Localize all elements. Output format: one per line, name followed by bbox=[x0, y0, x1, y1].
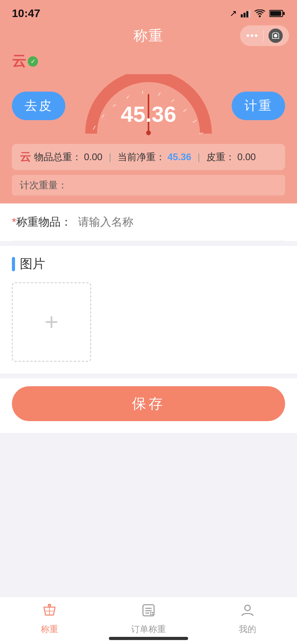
signal-icon bbox=[241, 10, 250, 17]
image-section-title: 图片 bbox=[20, 255, 45, 273]
count-label: 计次重量： bbox=[20, 180, 67, 190]
wifi-icon bbox=[254, 10, 265, 17]
sep1: | bbox=[109, 151, 111, 163]
camera-button[interactable] bbox=[268, 29, 283, 43]
logo-check: ✓ bbox=[28, 56, 38, 67]
weigh-button[interactable]: 计重 bbox=[232, 92, 285, 120]
save-section: 保存 bbox=[0, 378, 297, 433]
tab-mine[interactable]: 我的 bbox=[198, 603, 297, 635]
section-indicator bbox=[12, 257, 15, 271]
scale-gauge: 45.36 bbox=[73, 74, 224, 138]
status-icons: ↗ bbox=[230, 8, 285, 19]
svg-rect-3 bbox=[249, 10, 250, 17]
menu-dots[interactable]: ••• bbox=[246, 30, 259, 41]
image-section-header: 图片 bbox=[12, 255, 285, 273]
item-label: *称重物品： bbox=[12, 215, 72, 230]
item-form-row: *称重物品： bbox=[12, 203, 285, 241]
sep2: | bbox=[198, 151, 200, 163]
app-logo: 云 bbox=[12, 52, 26, 71]
tare-button[interactable]: 去皮 bbox=[12, 92, 65, 120]
tare-label: 皮重： bbox=[206, 151, 235, 163]
svg-rect-2 bbox=[246, 11, 248, 17]
tab-order-label: 订单称重 bbox=[131, 623, 166, 635]
total-weight-label: 物品总重： bbox=[34, 151, 82, 163]
required-star: * bbox=[12, 216, 16, 228]
weight-info-row: 云 物品总重： 0.00 | 当前净重： 45.36 | 皮重： 0.00 bbox=[12, 144, 285, 170]
tare-item: 皮重： 0.00 bbox=[206, 151, 256, 163]
battery-icon bbox=[269, 10, 285, 17]
plus-icon: + bbox=[44, 310, 58, 334]
scale-area: 云 ✓ 去皮 bbox=[0, 48, 297, 203]
svg-point-4 bbox=[259, 15, 261, 17]
total-weight-value: 0.00 bbox=[84, 151, 103, 163]
logo-row: 云 ✓ bbox=[12, 52, 285, 71]
home-indicator bbox=[109, 637, 188, 640]
status-time: 10:47 bbox=[12, 7, 40, 20]
save-button[interactable]: 保存 bbox=[12, 386, 285, 421]
tab-scale[interactable]: 称重 bbox=[0, 603, 99, 635]
current-net-item: 当前净重： 45.36 bbox=[118, 151, 191, 163]
scale-gauge-wrapper: 45.36 bbox=[73, 74, 224, 138]
add-image-button[interactable]: + bbox=[12, 282, 91, 362]
scale-controls: 去皮 bbox=[12, 74, 285, 138]
current-net-value: 45.36 bbox=[168, 151, 191, 163]
tab-order[interactable]: 订单称重 bbox=[99, 603, 198, 635]
svg-text:45.36: 45.36 bbox=[121, 102, 176, 126]
status-bar: 10:47 ↗ bbox=[0, 0, 297, 24]
svg-point-22 bbox=[146, 130, 151, 135]
tab-order-icon bbox=[141, 603, 156, 621]
tab-mine-icon bbox=[240, 603, 255, 621]
header-controls[interactable]: ••• bbox=[240, 25, 289, 46]
item-input[interactable] bbox=[72, 216, 285, 228]
info-logo: 云 bbox=[20, 150, 31, 165]
form-area: *称重物品： bbox=[0, 203, 297, 241]
tab-scale-icon bbox=[42, 603, 57, 621]
svg-rect-6 bbox=[270, 11, 281, 16]
count-row: 计次重量： bbox=[12, 175, 285, 196]
svg-rect-0 bbox=[241, 14, 243, 17]
page-header: 称重 ••• bbox=[0, 24, 297, 48]
tab-mine-label: 我的 bbox=[239, 623, 256, 635]
total-weight-item: 物品总重： 0.00 bbox=[34, 151, 103, 163]
svg-rect-1 bbox=[244, 13, 246, 17]
svg-point-35 bbox=[245, 605, 250, 611]
tab-scale-label: 称重 bbox=[41, 623, 58, 635]
location-icon: ↗ bbox=[230, 8, 237, 19]
image-section: 图片 + bbox=[0, 246, 297, 374]
header-divider bbox=[263, 30, 264, 41]
page-title: 称重 bbox=[133, 26, 164, 46]
tare-value: 0.00 bbox=[237, 151, 256, 163]
gray-spacer bbox=[0, 433, 297, 552]
current-net-label: 当前净重： bbox=[118, 151, 165, 163]
svg-rect-7 bbox=[283, 12, 285, 15]
